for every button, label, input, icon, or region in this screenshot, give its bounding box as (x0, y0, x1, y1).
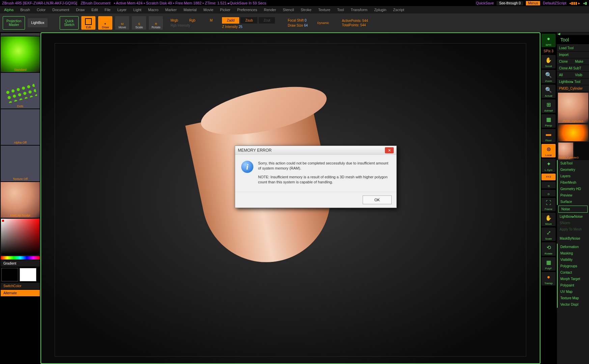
brush-thumbnail[interactable]: Standard (1, 36, 40, 72)
menu-material[interactable]: Material (181, 7, 199, 12)
switchcolor-button[interactable]: SwitchColor (1, 283, 40, 289)
lightbox-button[interactable]: LightBox (28, 18, 48, 27)
import-button[interactable]: Import (557, 52, 589, 58)
xyz-button[interactable]: XYZ (541, 174, 556, 180)
zcut-button[interactable]: Zcut (259, 17, 275, 24)
section-geometryhd[interactable]: Geometry HD (558, 186, 589, 192)
snorm-slider[interactable]: SNorm (557, 220, 589, 226)
focal-shift-slider[interactable]: Focal Shift 0 (288, 19, 308, 22)
section-fibermesh[interactable]: FiberMesh (558, 179, 589, 186)
section-morphtarget[interactable]: Morph Target (558, 276, 589, 282)
section-texturemap[interactable]: Texture Map (558, 295, 589, 301)
dynamic-toggle[interactable]: Dynamic (317, 21, 329, 25)
aahalf-button[interactable]: ⊞AAHalf (541, 99, 556, 113)
noise-button[interactable]: Noise (558, 206, 588, 213)
color-picker[interactable] (1, 218, 40, 255)
menu-texture[interactable]: Texture (315, 7, 333, 12)
menu-picker[interactable]: Picker (217, 7, 233, 12)
move-view-button[interactable]: ✋Move (541, 213, 556, 226)
menu-zplugin[interactable]: Zplugin (371, 7, 389, 12)
projection-master-button[interactable]: Projection Master (3, 16, 25, 30)
make-button[interactable]: Make (573, 58, 589, 65)
menu-stencil[interactable]: Stencil (280, 7, 297, 12)
section-preview[interactable]: Preview (558, 192, 589, 199)
scroll-button[interactable]: ✋Scroll (541, 55, 556, 68)
material-thumbnail[interactable]: MatCap Sculpt (1, 182, 40, 218)
menu-edit[interactable]: Edit (89, 7, 101, 12)
section-polypaint[interactable]: Polypaint (558, 282, 589, 289)
texture-thumbnail[interactable]: Texture Off (1, 146, 40, 181)
section-uvmap[interactable]: UV Map (558, 289, 589, 295)
polyf-button[interactable]: ▦PolyF (541, 257, 556, 271)
alternate-button[interactable]: Alternate (1, 290, 40, 296)
menu-brush[interactable]: Brush (18, 7, 33, 12)
draw-mode-button[interactable]: ✦Draw (98, 16, 112, 30)
collapse-icon[interactable]: ◂▮ (583, 1, 587, 5)
menu-file[interactable]: File (102, 7, 113, 12)
visib-button[interactable]: Visib (573, 72, 589, 79)
lightbox-tool-button[interactable]: Lightbox▸ Tool (557, 79, 589, 85)
persp-button[interactable]: ▦Persp (541, 114, 556, 128)
dialog-ok-button[interactable]: OK (363, 195, 392, 204)
z-intensity-slider[interactable]: Z Intensity 25 (222, 25, 275, 29)
menu-light[interactable]: Light (131, 7, 144, 12)
menu-transform[interactable]: Transform (348, 7, 370, 12)
maskbynoise-button[interactable]: MaskByNoise (557, 235, 589, 242)
menus-button[interactable]: Menus (526, 1, 540, 5)
local-button[interactable]: ⊚Local (541, 144, 556, 157)
clone-all-button[interactable]: Clone All SubT (557, 65, 589, 72)
menu-macro[interactable]: Macro (145, 7, 161, 12)
menu-alpha[interactable]: Alpha (1, 7, 16, 12)
tool-thumbnail-brush[interactable]: SimpleBrush (558, 124, 588, 141)
alpha-thumbnail[interactable]: Alpha Off (1, 109, 40, 145)
menu-document[interactable]: Document (50, 7, 72, 12)
rot-y-icon[interactable]: ⟲ (541, 182, 556, 188)
zoom-button[interactable]: 🔍Zoom (541, 70, 556, 83)
rot-z-icon[interactable]: ⟳ (541, 190, 556, 196)
dialog-titlebar[interactable]: MEMORY ERROR ✕ (235, 146, 396, 155)
draw-size-slider[interactable]: Draw Size 64 (288, 24, 308, 27)
color-swatch-white[interactable] (20, 268, 36, 281)
menu-layer[interactable]: Layer (115, 7, 130, 12)
transp-button[interactable]: ●Transp (541, 272, 556, 285)
rotate-view-button[interactable]: ⟲Rotate (541, 242, 556, 256)
default-zscript[interactable]: DefaultZScript (543, 1, 566, 5)
menu-marker[interactable]: Marker (163, 7, 179, 12)
zadd-button[interactable]: Zadd (222, 17, 239, 24)
section-vectordispl[interactable]: Vector Displ (558, 301, 589, 308)
spix-label[interactable]: SPix 3 (544, 49, 554, 54)
section-visibility[interactable]: Visibility (558, 256, 589, 263)
apply-to-mesh-button[interactable]: Apply To Mesh (557, 226, 589, 233)
frame-button[interactable]: ⛶Frame (541, 198, 556, 211)
mrgb-button[interactable]: Mrgb (170, 19, 178, 22)
scale-view-button[interactable]: ⤢Scale (541, 228, 556, 241)
section-layers[interactable]: Layers (558, 173, 589, 179)
rgb-button[interactable]: Rgb (189, 19, 195, 22)
section-deformation[interactable]: Deformation (558, 244, 589, 250)
rgb-intensity-slider[interactable]: Rgb Intensity (170, 24, 213, 27)
color-swatch-black[interactable] (1, 268, 18, 281)
clone-button[interactable]: Clone (557, 58, 573, 65)
section-masking[interactable]: Masking (558, 250, 589, 256)
all-button[interactable]: All (557, 72, 573, 79)
section-polygroups[interactable]: Polygroups (558, 263, 589, 269)
m-button[interactable]: M (210, 19, 213, 22)
menu-zscript[interactable]: Zscript (390, 7, 407, 12)
load-tool-button[interactable]: Load Tool (557, 45, 589, 52)
actual-button[interactable]: 🔍Actual (541, 85, 556, 98)
section-geometry[interactable]: Geometry (558, 166, 589, 173)
quicksketch-button[interactable]: Quick Sketch (60, 16, 79, 30)
menu-color[interactable]: Color (34, 7, 48, 12)
rotate-mode-button[interactable]: RRotate (149, 16, 163, 30)
section-contact[interactable]: Contact (558, 269, 589, 276)
lightbox-noise-button[interactable]: Lightbox▸Noise (557, 213, 589, 220)
hue-slider[interactable] (1, 256, 40, 260)
stroke-thumbnail[interactable]: Dots (1, 73, 40, 109)
see-through-toggle[interactable]: See-through 0 (497, 1, 523, 5)
edit-mode-button[interactable]: Edit (81, 16, 95, 30)
menu-draw[interactable]: Draw (73, 7, 87, 12)
menu-stroke[interactable]: Stroke (298, 7, 314, 12)
section-surface[interactable]: Surface (558, 199, 589, 205)
quicksave-label[interactable]: QuickSave (476, 1, 494, 5)
menu-tool[interactable]: Tool (334, 7, 346, 12)
